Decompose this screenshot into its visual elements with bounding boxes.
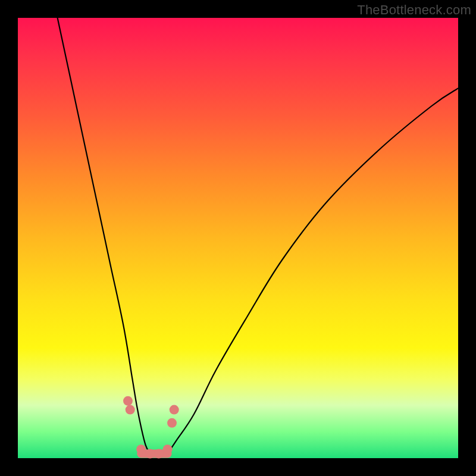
outer-frame: TheBottleneck.com bbox=[0, 0, 476, 476]
curve-left bbox=[58, 18, 150, 454]
marker-dot bbox=[170, 405, 179, 415]
marker-dot bbox=[163, 444, 173, 454]
curve-right bbox=[168, 88, 458, 453]
marker-dot bbox=[126, 405, 135, 415]
curve-layer bbox=[18, 18, 458, 458]
watermark-text: TheBottleneck.com bbox=[357, 2, 471, 18]
plot-area bbox=[18, 18, 458, 458]
marker-dot bbox=[145, 449, 155, 459]
marker-dot bbox=[123, 396, 133, 406]
marker-dot bbox=[167, 418, 177, 428]
marker-dot bbox=[154, 449, 164, 459]
marker-dot bbox=[136, 444, 146, 454]
marker-group bbox=[123, 396, 179, 459]
